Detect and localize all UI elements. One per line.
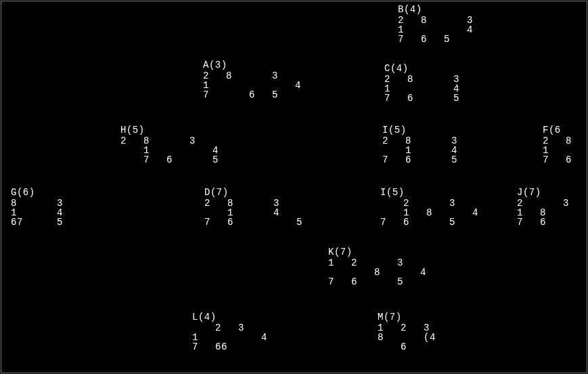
node-C-label: C(4): [384, 64, 476, 73]
node-D-label: D(7): [204, 188, 319, 197]
node-L: L(4) 23 14 766: [192, 312, 284, 352]
node-D-grid: 283 14 765: [204, 199, 319, 227]
node-H-label: H(5): [120, 125, 235, 135]
node-C-grid: 283 14 765: [384, 75, 476, 103]
node-J: J(7) 23 184 765: [517, 188, 587, 227]
node-I2-grid: 23 184 765: [380, 199, 495, 227]
node-J-grid: 23 184 765: [517, 199, 587, 227]
node-I-grid: 283 14 765: [382, 136, 474, 165]
node-F-label: F(6: [543, 125, 587, 135]
node-M-grid: 123 8(4 6: [378, 323, 447, 352]
node-H-grid: 283 14 765: [120, 136, 235, 165]
node-partial: 2 3 1 7: [566, 56, 587, 95]
node-J-label: J(7): [517, 188, 587, 197]
node-K-label: K(7): [328, 247, 443, 257]
node-M: M(7) 123 8(4 6: [378, 312, 447, 352]
tree-diagram: G(6) 83 14 675 H(5) 283 14 765 A(3) 283 …: [1, 1, 587, 373]
node-A-grid: 283 14 765: [203, 71, 318, 100]
node-D: D(7) 283 14 765: [204, 188, 319, 227]
node-F: F(6 28 1 76: [543, 125, 587, 165]
node-G-grid: 83 14 675: [11, 199, 80, 227]
node-F-grid: 28 1 76: [543, 136, 587, 165]
node-B: B(4) 283 14 765: [398, 5, 490, 44]
node-I2: I(5) 23 184 765: [380, 188, 495, 227]
node-B-grid: 283 14 765: [398, 16, 490, 44]
node-B-label: B(4): [398, 5, 490, 14]
node-I: I(5) 283 14 765: [382, 125, 474, 165]
node-A: A(3) 283 14 765: [203, 60, 318, 100]
node-I2-label: I(5): [380, 188, 495, 197]
node-K: K(7) 123 84 765: [328, 247, 443, 287]
node-I-label: I(5): [382, 125, 474, 135]
node-H: H(5) 283 14 765: [120, 125, 235, 165]
node-A-label: A(3): [203, 60, 318, 70]
node-L-grid: 23 14 766: [192, 323, 284, 352]
node-C: C(4) 283 14 765: [384, 64, 476, 103]
node-L-label: L(4): [192, 312, 284, 322]
node-G-label: G(6): [11, 188, 80, 197]
node-M-label: M(7): [378, 312, 447, 322]
node-K-grid: 123 84 765: [328, 258, 443, 287]
node-partial-grid: 2 3 1 7: [566, 57, 587, 95]
node-G: G(6) 83 14 675: [11, 188, 80, 227]
